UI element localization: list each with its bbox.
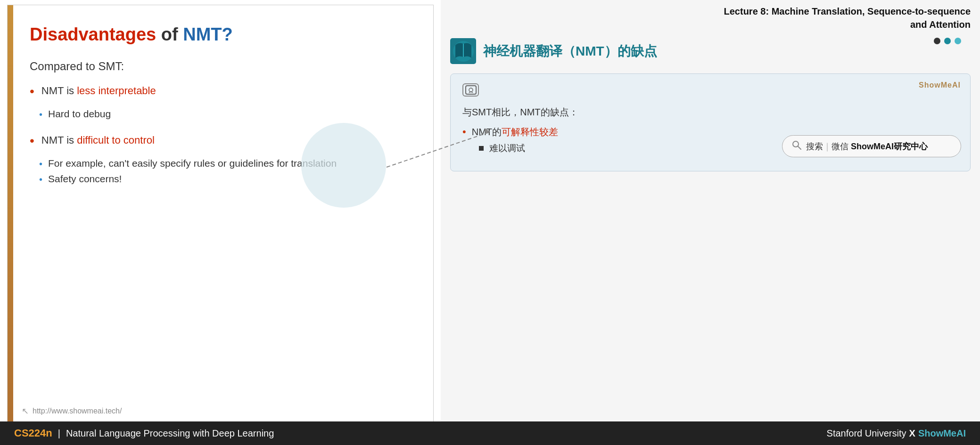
- dot-light-teal: [955, 38, 961, 44]
- svg-line-6: [798, 146, 801, 149]
- sub-bullet-dot-2-1: •: [39, 159, 42, 170]
- footer-url: http://www.showmeai.tech/: [33, 407, 122, 415]
- bullet-item-1: • NMT is less interpretable: [30, 85, 410, 99]
- annotation-main-text-content: 与SMT相比，NMT的缺点：: [462, 107, 578, 117]
- search-text: 搜索｜微信 ShowMeAI研究中心: [806, 141, 928, 152]
- chinese-title-text: 神经机器翻译（NMT）的缺点: [483, 42, 657, 60]
- bottom-bar: CS224n | Natural Language Processing wit…: [0, 421, 980, 445]
- sub-bullet-item-1-1: • Hard to debug: [39, 108, 410, 120]
- bullet-dot-1: •: [30, 84, 34, 99]
- bottom-showmeai: ShowMeAI: [918, 428, 966, 439]
- bottom-stanford: Stanford University: [827, 428, 906, 439]
- right-panel: Lecture 8: Machine Translation, Sequence…: [441, 0, 980, 421]
- showmeai-watermark: ShowMeAI: [919, 81, 961, 89]
- bottom-cs-label: CS224n: [14, 427, 52, 439]
- sub-bullet-text-2-1: For example, can't easily specify rules …: [48, 158, 337, 169]
- ann-sub-bullet-list: 难以调试: [479, 142, 558, 154]
- slide-title-disadvantages: Disadvantages: [30, 24, 156, 44]
- lecture-title-line2: and Attention: [910, 19, 971, 30]
- cursor-icon: ↖: [22, 406, 29, 416]
- sub-bullet-list-1: • Hard to debug: [30, 108, 410, 120]
- slide-footer: ↖ http://www.showmeai.tech/: [22, 406, 122, 416]
- search-bold-text: ShowMeAI研究中心: [851, 142, 928, 151]
- sub-bullet-text-1-1: Hard to debug: [48, 108, 111, 120]
- red-highlight-2: difficult to control: [77, 134, 155, 146]
- slide-left-bar: [8, 5, 13, 426]
- bottom-description: Natural Language Processing with Deep Le…: [66, 428, 274, 439]
- slide-title-of: of: [161, 24, 183, 44]
- lecture-header: Lecture 8: Machine Translation, Sequence…: [450, 5, 971, 31]
- bottom-x: X: [909, 428, 915, 439]
- chinese-title-section: 神经机器翻译（NMT）的缺点: [450, 38, 971, 64]
- ann-sub-square: [479, 146, 484, 151]
- search-box-container: 搜索｜微信 ShowMeAI研究中心: [782, 135, 961, 157]
- dot-teal: [944, 38, 951, 44]
- slide-panel: Disadvantages of NMT? Compared to SMT: •…: [7, 5, 434, 426]
- ann-red-text: 可解释性较差: [502, 127, 558, 137]
- search-box[interactable]: 搜索｜微信 ShowMeAI研究中心: [782, 135, 961, 157]
- lecture-title-line1: Lecture 8: Machine Translation, Sequence…: [724, 6, 971, 16]
- bullet-text-1: NMT is less interpretable: [41, 85, 410, 97]
- lecture-dots: [934, 38, 961, 44]
- slide-subtitle: Compared to SMT:: [30, 60, 410, 73]
- book-icon: [450, 38, 476, 64]
- ai-badge: [462, 83, 479, 97]
- sub-bullet-dot-2-2: •: [39, 174, 42, 185]
- dot-dark: [934, 38, 940, 44]
- sub-bullet-text-2-2: Safety concerns!: [48, 173, 122, 185]
- slide-title-nmt: NMT?: [183, 24, 233, 44]
- ann-bullet-text-1: NMT的可解释性较差 难以调试: [472, 126, 558, 157]
- ann-sub-text-1: 难以调试: [489, 142, 525, 154]
- svg-rect-3: [466, 86, 476, 94]
- search-icon: [792, 140, 801, 152]
- sub-bullet-dot-1-1: •: [39, 109, 42, 120]
- bottom-right: Stanford University X ShowMeAI: [827, 428, 966, 439]
- bullet-group-1: • NMT is less interpretable • Hard to de…: [30, 85, 410, 120]
- ann-sub-bullet-item-1: 难以调试: [479, 142, 558, 154]
- circle-decoration: [301, 123, 386, 208]
- ann-bullet-dot-1: •: [462, 126, 466, 138]
- svg-point-4: [469, 88, 473, 92]
- bottom-left: CS224n | Natural Language Processing wit…: [14, 427, 274, 439]
- bottom-separator: |: [58, 428, 60, 439]
- svg-point-5: [793, 141, 799, 147]
- red-highlight-1: less interpretable: [77, 85, 156, 97]
- search-separator: ｜: [823, 142, 832, 151]
- slide-title: Disadvantages of NMT?: [30, 24, 410, 46]
- bullet-dot-2: •: [30, 133, 34, 148]
- annotation-main-text: 与SMT相比，NMT的缺点：: [462, 106, 958, 119]
